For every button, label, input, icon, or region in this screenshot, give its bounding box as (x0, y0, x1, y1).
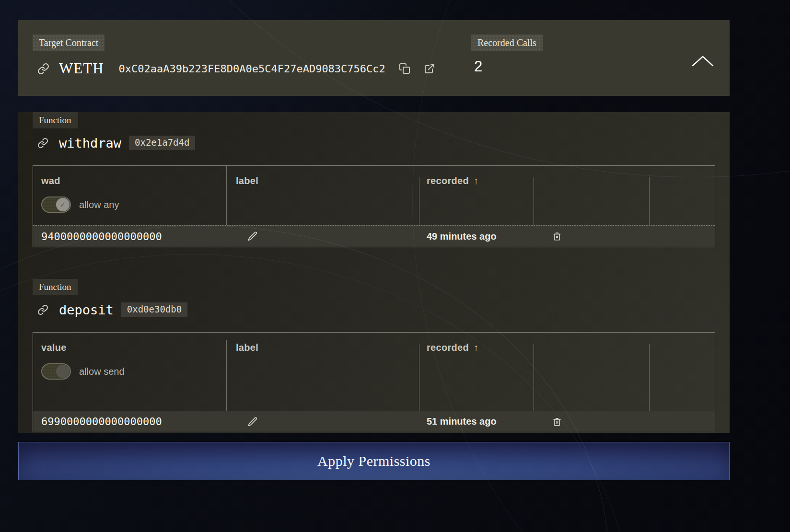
allow-any-toggle[interactable]: ✓ allow any (41, 197, 119, 213)
column-header-recorded[interactable]: recorded↑ (427, 175, 478, 186)
sort-ascending-icon: ↑ (474, 175, 478, 186)
column-header-recorded[interactable]: recorded↑ (427, 342, 478, 353)
table-row: 6990000000000000000 51 minutes ago (33, 411, 715, 432)
recorded-calls-block: Recorded Calls 2 (471, 35, 543, 75)
function-section-withdraw: Function withdraw 0x2e1a7d4d wad label r… (33, 112, 715, 247)
column-header-param: wad (41, 175, 60, 186)
recorded-calls-badge: Recorded Calls (471, 35, 543, 51)
delete-row-trash-icon[interactable] (552, 416, 562, 427)
permissions-table: wad label recorded↑ ✓ allow any 94000000… (33, 165, 715, 247)
row-recorded-time: 51 minutes ago (427, 411, 497, 432)
column-divider (534, 344, 534, 411)
contract-address: 0xC02aaA39b223FE8D0A0e5C4F27eAD9083C756C… (119, 63, 385, 75)
column-header-label: label (236, 342, 258, 353)
function-title-row: deposit 0xd0e30db0 (37, 301, 715, 318)
allow-send-toggle[interactable]: allow send (41, 363, 125, 380)
toggle-switch[interactable] (41, 363, 71, 380)
column-header-param: value (41, 342, 67, 353)
column-divider (649, 344, 650, 411)
edit-label-pencil-icon[interactable] (247, 416, 258, 427)
recorded-header-text: recorded (427, 175, 469, 186)
function-selector-badge: 0x2e1a7d4d (129, 136, 195, 150)
table-row: 9400000000000000000 49 minutes ago (33, 225, 715, 247)
delete-row-trash-icon[interactable] (552, 231, 562, 242)
external-link-icon[interactable] (424, 63, 435, 74)
toggle-knob-check-icon: ✓ (56, 198, 70, 211)
toggle-label: allow any (79, 199, 119, 210)
apply-permissions-button[interactable]: Apply Permissions (18, 442, 730, 480)
collapse-chevron-up-icon[interactable] (691, 54, 714, 69)
toggle-switch[interactable]: ✓ (41, 197, 71, 213)
row-value: 9400000000000000000 (41, 226, 162, 247)
copy-address-icon[interactable] (399, 63, 410, 74)
row-recorded-time: 49 minutes ago (427, 226, 497, 247)
function-badge: Function (33, 279, 78, 295)
target-contract-badge: Target Contract (33, 35, 105, 51)
permissions-table: value label recorded↑ allow send 6990000… (33, 332, 715, 432)
chain-link-icon[interactable] (37, 63, 49, 75)
recorded-header-text: recorded (427, 342, 469, 353)
function-name: deposit (59, 302, 114, 317)
row-value: 6990000000000000000 (41, 411, 162, 432)
function-selector-badge: 0xd0e30db0 (121, 302, 187, 317)
column-header-label: label (236, 175, 258, 186)
function-name: withdraw (59, 136, 121, 150)
contract-permissions-card: Target Contract WETH 0xC02aaA39b223FE8D0… (18, 20, 730, 433)
contract-header: Target Contract WETH 0xC02aaA39b223FE8D0… (18, 20, 730, 96)
contract-row: WETH 0xC02aaA39b223FE8D0A0e5C4F27eAD9083… (37, 60, 730, 77)
function-section-deposit: Function deposit 0xd0e30db0 value label … (33, 279, 715, 432)
column-divider (534, 177, 534, 225)
sort-ascending-icon: ↑ (474, 342, 478, 353)
toggle-label: allow send (79, 366, 125, 377)
chain-link-icon[interactable] (37, 138, 48, 149)
function-badge: Function (33, 112, 78, 128)
toggle-knob (56, 365, 70, 378)
recorded-calls-count: 2 (474, 58, 543, 75)
chain-link-icon[interactable] (37, 304, 48, 315)
column-divider (419, 344, 419, 411)
edit-label-pencil-icon[interactable] (247, 231, 258, 242)
column-divider (649, 177, 650, 225)
contract-name: WETH (59, 60, 104, 77)
function-title-row: withdraw 0x2e1a7d4d (37, 134, 715, 151)
card-body: Function withdraw 0x2e1a7d4d wad label r… (18, 112, 730, 433)
column-divider (419, 177, 419, 225)
